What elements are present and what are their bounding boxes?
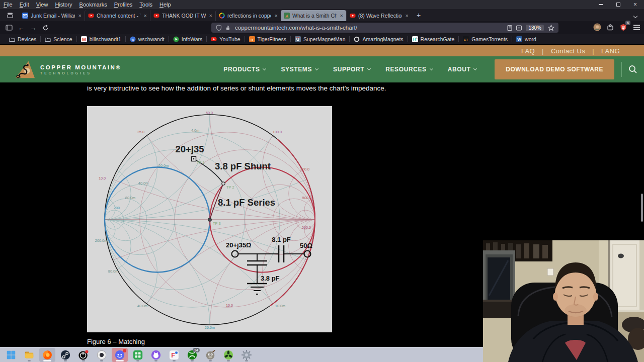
svg-text:TP 1: TP 1 <box>197 160 205 165</box>
menu-help[interactable]: Help <box>156 2 175 8</box>
lock-icon[interactable] <box>223 23 232 32</box>
bookmark-label: AmazingMagnets <box>362 36 403 42</box>
site-nav-resources[interactable]: RESOURCES <box>385 66 432 73</box>
bookmark-gamestorrents[interactable]: GT GamesTorrents <box>459 35 512 43</box>
back-button[interactable]: ← <box>15 23 27 33</box>
tab-close-icon[interactable]: × <box>143 13 147 19</box>
taskbar-start-icon[interactable] <box>3 348 19 362</box>
bookmark-supermagnetman[interactable]: SuperMagnetMan <box>291 35 349 43</box>
taskbar-fan-app-icon[interactable] <box>220 348 236 362</box>
bookmark-devices[interactable]: Devices <box>5 35 40 43</box>
svg-text:10.0: 10.0 <box>99 176 106 180</box>
running-indicator <box>28 360 31 361</box>
utility-link-faq[interactable]: FAQ <box>521 47 535 55</box>
taskbar-obs-icon[interactable] <box>75 348 92 362</box>
firefox-view-icon[interactable] <box>4 11 16 20</box>
tab-close-icon[interactable]: × <box>405 13 409 19</box>
svg-text:200.0: 200.0 <box>300 167 309 171</box>
svg-text:80.0m: 80.0m <box>108 269 118 274</box>
adblock-icon[interactable]: 6 <box>619 23 628 32</box>
bookmark-label: TigerFitness <box>258 36 286 42</box>
tab-close-icon[interactable]: × <box>77 13 82 19</box>
site-nav-systems[interactable]: SYSTEMS <box>281 66 318 73</box>
tab-title: (8) Wave Reflection and Standin <box>358 13 402 19</box>
taskbar-discord-icon[interactable] <box>112 348 128 362</box>
site-logo[interactable]: COPPER MOUNTAIN® TECHNOLOGIES <box>14 59 121 79</box>
maximize-button[interactable] <box>616 3 620 7</box>
utility-link-contact-us[interactable]: Contact Us <box>551 47 585 55</box>
bookmark-youtube[interactable]: YouTube <box>207 35 244 43</box>
taskbar-firefox-icon[interactable] <box>39 348 55 362</box>
bookmark-label: billschwandt1 <box>90 36 121 42</box>
bookmark-wschwandt[interactable]: w wschwandt <box>126 35 169 43</box>
tab-1[interactable]: Channel content - YouTube Stu × <box>85 10 150 21</box>
adblock-badge: 6 <box>625 21 630 25</box>
save-page-icon[interactable] <box>514 23 523 32</box>
tab-5[interactable]: (8) Wave Reflection and Standin × <box>346 10 412 21</box>
taskbar-settings-icon[interactable] <box>238 348 255 362</box>
page-scrollbar-thumb[interactable] <box>641 194 643 222</box>
zoom-level-chip[interactable]: 130% <box>526 25 544 31</box>
tab-close-icon[interactable]: × <box>339 13 343 19</box>
tab-close-icon[interactable]: × <box>208 13 212 19</box>
menu-file[interactable]: File <box>0 2 16 8</box>
running-indicator <box>100 360 103 361</box>
tab-title: reflections in copper wires grap <box>227 13 271 19</box>
tab-0[interactable]: Junk Email - William A. Schwan × <box>19 10 85 21</box>
tracking-shield-icon[interactable] <box>214 23 223 32</box>
gmail-icon: M <box>81 36 87 42</box>
utility-link-lang[interactable]: LANG <box>601 47 620 55</box>
url-bar[interactable]: coppermountaintech.com/what-is-a-smith-c… <box>211 23 558 33</box>
taskbar-explorer-icon[interactable] <box>21 348 37 362</box>
reload-button[interactable] <box>39 23 51 33</box>
download-demo-button[interactable]: DOWNLOAD DEMO SOFTWARE <box>495 59 614 79</box>
word-icon: W <box>516 36 522 42</box>
bookmark-tigerfitness[interactable]: TF TigerFitness <box>245 35 290 43</box>
menu-profiles[interactable]: Profiles <box>111 2 136 8</box>
taskbar-green-grid-icon[interactable] <box>130 348 146 362</box>
bookmark-researchgate[interactable]: RG ResearchGate <box>408 35 459 43</box>
taskbar-xbox-icon[interactable]: 14 <box>184 348 200 362</box>
tab-close-icon[interactable]: × <box>274 13 278 19</box>
chevron-down-icon <box>430 67 433 70</box>
menu-hamburger-icon[interactable] <box>632 23 641 32</box>
menu-bookmarks[interactable]: Bookmarks <box>76 2 111 8</box>
list-tabs-chevron-icon[interactable] <box>634 11 644 20</box>
taskbar-gimp-icon[interactable] <box>202 348 218 362</box>
taskbar-steam-icon[interactable] <box>57 348 73 362</box>
taskbar-github-icon[interactable] <box>148 348 164 362</box>
tab-4[interactable]: What is a Smith Chart? - Coppe × <box>281 10 346 21</box>
menu-tools[interactable]: Tools <box>136 2 156 8</box>
menu-view[interactable]: View <box>33 2 52 8</box>
url-text[interactable]: coppermountaintech.com/what-is-a-smith-c… <box>235 25 505 31</box>
bookmark-infowars[interactable]: InfoWars <box>169 35 207 43</box>
menu-edit[interactable]: Edit <box>16 2 33 8</box>
reader-mode-icon[interactable] <box>505 23 514 32</box>
forward-button[interactable]: → <box>27 23 39 33</box>
bookmark-word[interactable]: W word <box>512 35 540 43</box>
site-nav-about[interactable]: ABOUT <box>448 66 477 73</box>
new-tab-button[interactable]: + <box>412 11 426 19</box>
minimize-button[interactable] <box>599 4 603 5</box>
menu-history[interactable]: History <box>51 2 75 8</box>
svg-text:20+j35Ω: 20+j35Ω <box>226 241 252 249</box>
taskbar-round-app-icon[interactable] <box>94 348 110 362</box>
tab-2[interactable]: THANK GOD IT WAS BROKEN - × <box>150 10 215 21</box>
svg-text:M: M <box>82 37 86 42</box>
taskbar-f-app-icon[interactable]: F <box>166 348 182 362</box>
sidebar-toggle-icon[interactable] <box>3 23 15 33</box>
gt-icon: GT <box>463 36 469 42</box>
bookmark-science[interactable]: Science <box>41 35 76 43</box>
magnet-icon <box>295 36 301 42</box>
bookmark-billschwandt1[interactable]: M billschwandt1 <box>77 35 125 43</box>
site-nav-products[interactable]: PRODUCTS <box>223 66 266 73</box>
running-indicator <box>136 360 139 361</box>
site-nav-support[interactable]: SUPPORT <box>333 66 370 73</box>
tab-3[interactable]: reflections in copper wires grap × <box>215 10 281 21</box>
bookmark-amazingmagnets[interactable]: AmazingMagnets <box>350 35 407 43</box>
bookmark-star-icon[interactable] <box>546 23 555 32</box>
extensions-icon[interactable] <box>606 23 615 32</box>
search-icon[interactable] <box>622 65 644 74</box>
profile-avatar[interactable] <box>593 23 602 32</box>
close-button[interactable]: × <box>633 3 637 7</box>
